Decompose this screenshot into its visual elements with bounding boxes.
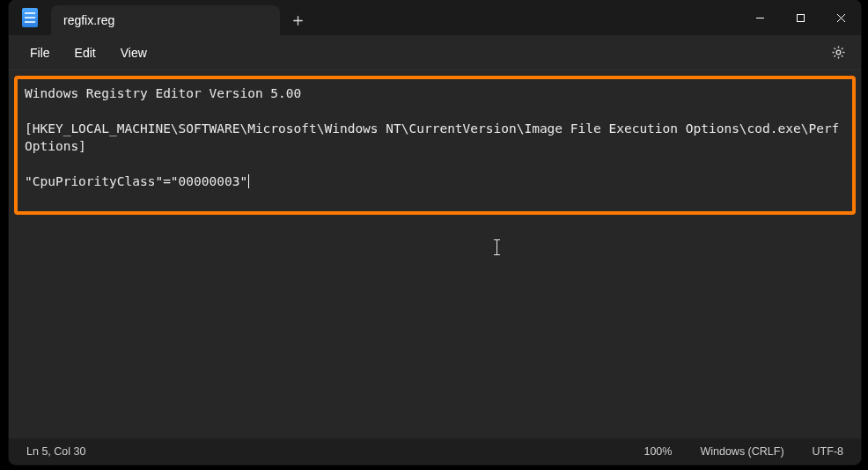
window-controls <box>739 0 861 35</box>
menu-file[interactable]: File <box>18 40 63 65</box>
status-encoding[interactable]: UTF-8 <box>798 438 857 465</box>
status-zoom[interactable]: 100% <box>629 438 686 465</box>
minimize-button[interactable] <box>739 0 780 35</box>
mouse-cursor-ibeam <box>497 239 497 255</box>
menu-bar: File Edit View <box>9 35 861 70</box>
status-cursor-position[interactable]: Ln 5, Col 30 <box>12 438 99 465</box>
svg-rect-0 <box>797 14 804 21</box>
app-icon <box>9 0 51 35</box>
menu-edit[interactable]: Edit <box>63 40 108 65</box>
file-tab[interactable]: regfix.reg <box>51 5 280 35</box>
notepad-window: regfix.reg File Edit View <box>9 0 861 465</box>
editor-line: [HKEY_LOCAL_MACHINE\SOFTWARE\Microsoft\W… <box>25 121 839 153</box>
svg-point-1 <box>836 50 841 55</box>
menu-view[interactable]: View <box>108 40 159 65</box>
status-line-ending[interactable]: Windows (CRLF) <box>686 438 798 465</box>
close-window-button[interactable] <box>820 0 861 35</box>
editor-area: Windows Registry Editor Version 5.00 [HK… <box>14 76 856 437</box>
close-tab-icon[interactable] <box>250 10 271 31</box>
text-editor[interactable]: Windows Registry Editor Version 5.00 [HK… <box>14 76 856 437</box>
title-bar: regfix.reg <box>9 0 861 35</box>
editor-line: "CpuPriorityClass"="00000003" <box>25 174 247 188</box>
editor-line: Windows Registry Editor Version 5.00 <box>25 86 301 100</box>
maximize-button[interactable] <box>780 0 820 35</box>
text-caret <box>248 174 249 188</box>
tab-title: regfix.reg <box>63 13 250 27</box>
status-bar: Ln 5, Col 30 100% Windows (CRLF) UTF-8 <box>9 438 861 465</box>
gear-icon <box>831 45 846 60</box>
settings-button[interactable] <box>824 39 852 67</box>
new-tab-button[interactable] <box>280 5 315 35</box>
